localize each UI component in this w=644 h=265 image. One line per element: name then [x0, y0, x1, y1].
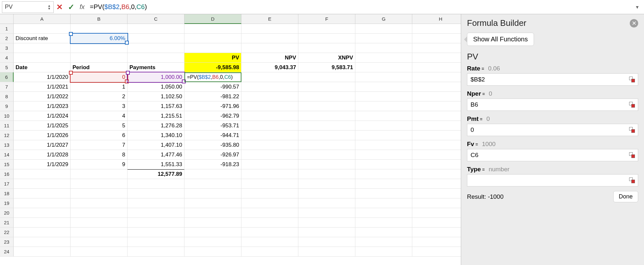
- cell[interactable]: [241, 72, 298, 82]
- cell[interactable]: [412, 92, 461, 101]
- date-cell[interactable]: 1/1/2020: [14, 72, 71, 82]
- date-cell[interactable]: 1/1/2028: [14, 150, 71, 160]
- row-header-17[interactable]: 17: [0, 179, 14, 189]
- cell[interactable]: [14, 198, 71, 208]
- cancel-formula-button[interactable]: ✕: [54, 1, 65, 13]
- cell[interactable]: [128, 24, 184, 34]
- period-cell[interactable]: 1: [71, 82, 128, 92]
- row-header-21[interactable]: 21: [0, 218, 14, 228]
- cell[interactable]: [241, 24, 298, 34]
- cell[interactable]: [355, 24, 412, 34]
- cell[interactable]: [298, 140, 355, 150]
- row-header-9[interactable]: 9: [0, 101, 14, 111]
- range-selector-icon[interactable]: [627, 75, 637, 84]
- cell[interactable]: [128, 208, 184, 218]
- range-selector-icon[interactable]: [627, 176, 637, 185]
- cell[interactable]: [128, 228, 184, 237]
- cell[interactable]: [412, 121, 461, 131]
- cell[interactable]: [412, 228, 461, 237]
- cell[interactable]: [71, 189, 128, 198]
- payment-cell[interactable]: 1,340.10: [128, 131, 184, 140]
- cell[interactable]: [412, 63, 461, 72]
- cell[interactable]: [298, 131, 355, 140]
- cell[interactable]: [241, 111, 298, 121]
- cell[interactable]: [14, 189, 71, 198]
- cell[interactable]: [184, 228, 241, 237]
- name-box-stepper-icon[interactable]: ▲▼: [48, 4, 51, 10]
- cell[interactable]: [355, 179, 412, 189]
- pv-cell[interactable]: -944.71: [184, 131, 241, 140]
- cell[interactable]: [412, 53, 461, 63]
- pv-cell[interactable]: -971.96: [184, 101, 241, 111]
- editing-cell[interactable]: =PV($B$2,B6,0,C6): [184, 72, 241, 82]
- cell[interactable]: [128, 198, 184, 208]
- pv-cell[interactable]: -981.22: [184, 92, 241, 101]
- cell[interactable]: [241, 169, 298, 179]
- cell[interactable]: [14, 169, 71, 179]
- cell[interactable]: [14, 179, 71, 189]
- cell[interactable]: [355, 34, 412, 43]
- cell[interactable]: [241, 218, 298, 228]
- period-cell[interactable]: 8: [71, 150, 128, 160]
- period-cell[interactable]: 3: [71, 101, 128, 111]
- period-cell[interactable]: 7: [71, 140, 128, 150]
- pv-cell[interactable]: -935.80: [184, 140, 241, 150]
- cell[interactable]: [241, 101, 298, 111]
- cell[interactable]: [298, 150, 355, 160]
- cell[interactable]: [355, 82, 412, 92]
- cell[interactable]: [355, 169, 412, 179]
- cell[interactable]: [412, 189, 461, 198]
- payment-cell[interactable]: 1,102.50: [128, 92, 184, 101]
- cell[interactable]: [298, 228, 355, 237]
- cell[interactable]: [241, 92, 298, 101]
- row-header-13[interactable]: 13: [0, 140, 14, 150]
- row-header-22[interactable]: 22: [0, 228, 14, 237]
- cell[interactable]: [184, 237, 241, 247]
- period-cell[interactable]: 6: [71, 131, 128, 140]
- row-header-18[interactable]: 18: [0, 189, 14, 198]
- cell[interactable]: [355, 237, 412, 247]
- cell[interactable]: [184, 208, 241, 218]
- accept-formula-button[interactable]: ✓: [65, 1, 77, 13]
- date-cell[interactable]: 1/1/2026: [14, 131, 71, 140]
- cell[interactable]: [14, 218, 71, 228]
- cell[interactable]: [355, 53, 412, 63]
- column-header-C[interactable]: C: [128, 14, 184, 24]
- payment-cell[interactable]: 1,157.63: [128, 101, 184, 111]
- column-header-B[interactable]: B: [71, 14, 128, 24]
- cell[interactable]: [128, 53, 184, 63]
- column-header-E[interactable]: E: [241, 14, 298, 24]
- cell[interactable]: [241, 247, 298, 257]
- cell[interactable]: [412, 169, 461, 179]
- close-panel-button[interactable]: ✕: [630, 19, 638, 27]
- cell[interactable]: [128, 247, 184, 257]
- cell[interactable]: [298, 101, 355, 111]
- cell[interactable]: [355, 218, 412, 228]
- row-header-3[interactable]: 3: [0, 43, 14, 53]
- row-header-2[interactable]: 2: [0, 34, 14, 43]
- row-header-19[interactable]: 19: [0, 198, 14, 208]
- date-cell[interactable]: 1/1/2021: [14, 82, 71, 92]
- cell[interactable]: [412, 208, 461, 218]
- cell[interactable]: [355, 131, 412, 140]
- date-cell[interactable]: 1/1/2023: [14, 101, 71, 111]
- cell[interactable]: [71, 208, 128, 218]
- arg-input-type[interactable]: [467, 177, 627, 184]
- cell[interactable]: [412, 237, 461, 247]
- cell[interactable]: [128, 34, 184, 43]
- row-header-4[interactable]: 4: [0, 53, 14, 63]
- row-header-16[interactable]: 16: [0, 169, 14, 179]
- cell[interactable]: [412, 34, 461, 43]
- column-header-F[interactable]: F: [298, 14, 355, 24]
- cell[interactable]: [71, 228, 128, 237]
- cell[interactable]: [412, 101, 461, 111]
- payment-cell[interactable]: 1,000.00: [128, 72, 184, 82]
- formula-input[interactable]: =PV($B$2,B6,0,C6): [87, 2, 633, 12]
- row-header-6[interactable]: 6: [0, 72, 14, 82]
- column-header-D[interactable]: D: [184, 14, 241, 24]
- cell[interactable]: [71, 43, 128, 53]
- cell[interactable]: [298, 121, 355, 131]
- cell[interactable]: [355, 189, 412, 198]
- cell[interactable]: [71, 169, 128, 179]
- range-selector-icon[interactable]: [627, 125, 637, 134]
